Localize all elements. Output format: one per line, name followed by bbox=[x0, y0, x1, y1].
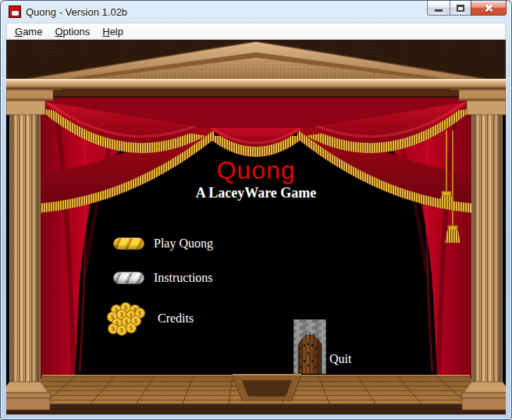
stage-scene bbox=[6, 40, 506, 415]
minimize-icon bbox=[435, 9, 443, 12]
crossbeam bbox=[6, 79, 506, 89]
game-canvas: Quong A LaceyWare Game Play Quong Instru… bbox=[6, 40, 506, 415]
game-subtitle: A LaceyWare Game bbox=[6, 185, 506, 201]
maximize-button[interactable] bbox=[450, 1, 471, 16]
svg-text:$: $ bbox=[138, 310, 141, 317]
svg-text:$: $ bbox=[125, 319, 128, 326]
door-icon bbox=[293, 319, 326, 374]
svg-text:$: $ bbox=[130, 312, 133, 319]
svg-text:$: $ bbox=[120, 311, 123, 319]
instructions-label: Instructions bbox=[154, 271, 213, 285]
menu-bar: Game Options Help bbox=[6, 23, 506, 40]
quit-door-button[interactable] bbox=[293, 319, 326, 374]
quit-label: Quit bbox=[329, 352, 351, 366]
svg-text:$: $ bbox=[134, 318, 137, 325]
svg-text:$: $ bbox=[111, 314, 114, 321]
svg-text:$: $ bbox=[112, 326, 115, 333]
svg-text:$: $ bbox=[133, 307, 137, 314]
silver-bar-icon bbox=[113, 272, 144, 284]
prompter-box bbox=[233, 375, 301, 400]
svg-text:$: $ bbox=[130, 325, 133, 332]
coin-pile-icon: $$ $$ $$ $$ $$ $$ $ bbox=[106, 301, 148, 336]
play-quong-label: Play Quong bbox=[154, 237, 213, 251]
menu-options[interactable]: Options bbox=[48, 24, 96, 39]
beam-shadow-line bbox=[6, 96, 506, 98]
app-icon bbox=[9, 5, 21, 18]
svg-text:$: $ bbox=[115, 307, 118, 314]
window-title: Quong - Version 1.02b bbox=[26, 6, 127, 18]
instructions-button[interactable]: Instructions bbox=[113, 271, 213, 285]
gold-bar-icon bbox=[113, 237, 144, 250]
credits-button[interactable]: $$ $$ $$ $$ $$ $$ $ Credits bbox=[106, 301, 194, 336]
maximize-icon bbox=[457, 5, 464, 12]
svg-text:$: $ bbox=[116, 320, 119, 327]
close-icon bbox=[484, 3, 494, 13]
svg-text:$: $ bbox=[120, 327, 123, 334]
title-bar[interactable]: Quong - Version 1.02b bbox=[1, 1, 511, 23]
minimize-button[interactable] bbox=[427, 1, 450, 16]
menu-game[interactable]: Game bbox=[9, 24, 48, 39]
play-quong-button[interactable]: Play Quong bbox=[113, 237, 213, 251]
window-controls bbox=[428, 1, 507, 16]
svg-text:$: $ bbox=[124, 304, 127, 311]
app-window: Quong - Version 1.02b Game Options Help bbox=[0, 0, 512, 420]
menu-help[interactable]: Help bbox=[96, 24, 130, 39]
game-title: Quong bbox=[6, 156, 506, 185]
close-button[interactable] bbox=[471, 1, 507, 16]
credits-label: Credits bbox=[158, 311, 194, 326]
valance-swags bbox=[37, 88, 475, 157]
